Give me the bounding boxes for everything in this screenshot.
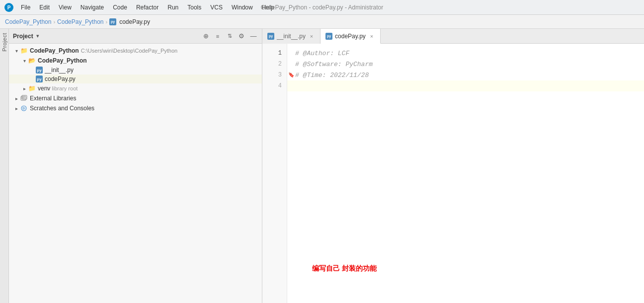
root-arrow bbox=[13, 47, 20, 54]
menu-navigate[interactable]: Navigate bbox=[77, 3, 108, 12]
breadcrumb-file[interactable]: codePay.py bbox=[119, 18, 150, 25]
codepay-py-icon: py bbox=[36, 76, 43, 82]
minimize-icon: — bbox=[250, 32, 257, 40]
expand-icon: ≡ bbox=[216, 33, 219, 39]
menu-run[interactable]: Run bbox=[163, 3, 182, 12]
svg-text:P: P bbox=[7, 5, 11, 10]
venv-label: venv bbox=[38, 85, 50, 92]
window-title: CodePay_Python - codePay.py - Administra… bbox=[261, 4, 384, 11]
line-num-2: 2 bbox=[262, 59, 287, 70]
venv-folder-icon: 📁 bbox=[28, 84, 36, 92]
package-folder-icon: 📂 bbox=[28, 57, 36, 65]
menu-code[interactable]: Code bbox=[109, 3, 131, 12]
project-panel-header: Project ▾ ⊕ ≡ ⇅ ⚙ — bbox=[9, 29, 262, 44]
breadcrumb: CodePay_Python › CodePay_Python › py cod… bbox=[0, 15, 644, 29]
root-path: C:\Users\win\Desktop\CodePay_Python bbox=[81, 48, 177, 54]
codepay-label: codePay.py bbox=[45, 76, 76, 82]
venv-sublabel: library root bbox=[52, 85, 78, 91]
scratches-arrow bbox=[13, 105, 20, 112]
menu-view[interactable]: View bbox=[55, 3, 76, 12]
code-line-2: # @Software: PyCharm bbox=[287, 59, 644, 70]
tab-init[interactable]: py __init__.py × bbox=[262, 29, 321, 44]
tree-file-codepay[interactable]: py codePay.py bbox=[9, 75, 262, 83]
editor-annotation: 编写自己 封装的功能 bbox=[312, 264, 377, 273]
project-panel: Project ▾ ⊕ ≡ ⇅ ⚙ — 📁 bbox=[9, 29, 262, 303]
code-line-1-text: # @Author: LCF bbox=[295, 50, 349, 57]
tree-file-init[interactable]: py __init__.py bbox=[9, 66, 262, 75]
menu-window[interactable]: Window bbox=[228, 3, 257, 12]
code-line-4 bbox=[287, 80, 644, 91]
collapse-icon: ⇅ bbox=[228, 33, 232, 39]
line-num-1: 1 bbox=[262, 48, 287, 59]
breadcrumb-root[interactable]: CodePay_Python bbox=[5, 18, 51, 25]
sidebar-vertical-tab[interactable]: Project bbox=[0, 29, 9, 303]
line-numbers: 1 2 3 4 bbox=[262, 44, 287, 303]
file-tree: 📁 CodePay_Python C:\Users\win\Desktop\Co… bbox=[9, 44, 262, 303]
menu-refactor[interactable]: Refactor bbox=[132, 3, 162, 12]
package-label: CodePay_Python bbox=[38, 57, 87, 64]
tree-package-codepay[interactable]: 📂 CodePay_Python bbox=[9, 56, 262, 66]
locate-icon-btn[interactable]: ⊕ bbox=[201, 32, 210, 41]
breadcrumb-file-icon: py bbox=[109, 18, 116, 25]
code-line-1: # @Author: LCF bbox=[287, 48, 644, 59]
tree-external-libs[interactable]: External Libraries bbox=[9, 93, 262, 103]
sidebar-vertical-label: Project bbox=[1, 33, 7, 52]
package-arrow bbox=[21, 57, 28, 64]
extlib-label: External Libraries bbox=[30, 95, 76, 102]
tab-bar: py __init__.py × py codePay.py × bbox=[262, 29, 644, 44]
app-logo: P bbox=[4, 2, 14, 12]
project-panel-dropdown[interactable]: ▾ bbox=[36, 33, 39, 39]
breadcrumb-middle[interactable]: CodePay_Python bbox=[57, 18, 103, 25]
init-label: __init__.py bbox=[45, 67, 74, 74]
tree-venv[interactable]: 📁 venv library root bbox=[9, 83, 262, 93]
menu-edit[interactable]: Edit bbox=[35, 3, 54, 12]
title-bar: P File Edit View Navigate Code Refactor … bbox=[0, 0, 644, 15]
line-num-3: 3 bbox=[262, 70, 287, 80]
settings-icon: ⚙ bbox=[239, 32, 244, 40]
extlib-arrow bbox=[13, 95, 20, 102]
code-line-2-text: # @Software: PyCharm bbox=[295, 61, 373, 68]
locate-icon: ⊕ bbox=[203, 32, 209, 40]
venv-arrow bbox=[21, 85, 28, 92]
tab-codepay-close[interactable]: × bbox=[368, 33, 375, 40]
tab-init-close[interactable]: × bbox=[308, 33, 315, 40]
tab-codepay[interactable]: py codePay.py × bbox=[321, 29, 381, 44]
minimize-icon-btn[interactable]: — bbox=[249, 32, 258, 41]
menu-vcs[interactable]: VCS bbox=[206, 3, 227, 12]
expand-icon-btn[interactable]: ≡ bbox=[213, 32, 222, 41]
breadcrumb-sep-2: › bbox=[105, 19, 107, 25]
scratches-label: Scratches and Consoles bbox=[30, 105, 94, 112]
menu-file[interactable]: File bbox=[17, 3, 34, 12]
settings-icon-btn[interactable]: ⚙ bbox=[237, 32, 246, 41]
init-py-icon: py bbox=[36, 67, 43, 74]
breadcrumb-sep-1: › bbox=[53, 19, 55, 25]
main-layout: Project Project ▾ ⊕ ≡ ⇅ ⚙ — bbox=[0, 29, 644, 303]
code-line-3: 🔖 # @Time: 2022/11/28 bbox=[287, 70, 644, 80]
project-panel-title: Project bbox=[13, 33, 33, 40]
menu-tools[interactable]: Tools bbox=[183, 3, 205, 12]
tab-codepay-icon: py bbox=[325, 33, 332, 40]
root-label: CodePay_Python bbox=[30, 47, 79, 54]
bookmark-icon: 🔖 bbox=[288, 72, 294, 78]
code-line-3-text: # @Time: 2022/11/28 bbox=[295, 72, 369, 79]
code-editor-wrapper: 1 2 3 4 # @Author: LCF # @Software: PyCh… bbox=[262, 44, 644, 303]
editor-area: py __init__.py × py codePay.py × 1 2 3 4 bbox=[262, 29, 644, 303]
collapse-icon-btn[interactable]: ⇅ bbox=[225, 32, 234, 41]
extlib-icon bbox=[20, 94, 28, 102]
tab-init-label: __init__.py bbox=[277, 33, 306, 40]
tab-codepay-label: codePay.py bbox=[335, 33, 366, 40]
tree-root-project[interactable]: 📁 CodePay_Python C:\Users\win\Desktop\Co… bbox=[9, 46, 262, 56]
tab-init-icon: py bbox=[267, 33, 274, 40]
tree-scratches[interactable]: Scratches and Consoles bbox=[9, 103, 262, 113]
scratches-icon bbox=[20, 104, 28, 112]
root-folder-icon: 📁 bbox=[20, 47, 28, 55]
line-num-4: 4 bbox=[262, 80, 287, 91]
